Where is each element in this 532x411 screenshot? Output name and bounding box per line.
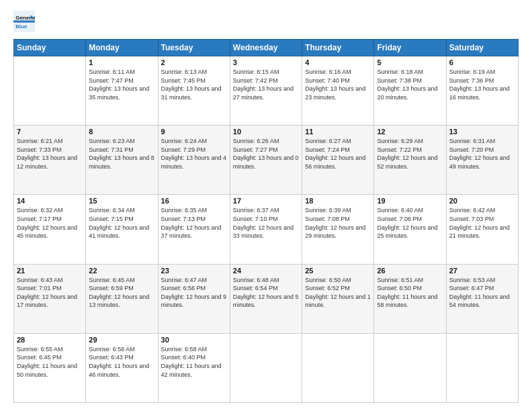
week-row-3: 14Sunrise: 6:32 AMSunset: 7:17 PMDayligh…: [14, 195, 519, 264]
day-number: 10: [233, 128, 299, 136]
day-cell: 5Sunrise: 6:18 AMSunset: 7:38 PMDaylight…: [374, 56, 446, 126]
day-info: Sunrise: 6:56 AMSunset: 6:43 PMDaylight:…: [89, 345, 154, 379]
day-info: Sunrise: 6:40 AMSunset: 7:06 PMDaylight:…: [377, 206, 443, 240]
day-cell: 8Sunrise: 6:23 AMSunset: 7:31 PMDaylight…: [86, 126, 158, 195]
day-info: Sunrise: 6:29 AMSunset: 7:22 PMDaylight:…: [377, 137, 443, 171]
svg-rect-2: [13, 20, 35, 22]
weekday-header-friday: Friday: [374, 40, 446, 56]
weekday-header-row: SundayMondayTuesdayWednesdayThursdayFrid…: [14, 40, 519, 56]
day-cell: 6Sunrise: 6:19 AMSunset: 7:36 PMDaylight…: [446, 56, 518, 126]
header: GeneralBlue: [13, 11, 519, 32]
day-number: 6: [449, 58, 515, 66]
day-cell: 15Sunrise: 6:34 AMSunset: 7:15 PMDayligh…: [86, 195, 158, 264]
day-cell: [14, 56, 86, 126]
day-info: Sunrise: 6:50 AMSunset: 6:52 PMDaylight:…: [305, 276, 371, 310]
day-cell: 21Sunrise: 6:43 AMSunset: 7:01 PMDayligh…: [14, 264, 86, 333]
day-info: Sunrise: 6:32 AMSunset: 7:17 PMDaylight:…: [17, 206, 83, 240]
day-info: Sunrise: 6:18 AMSunset: 7:38 PMDaylight:…: [377, 68, 443, 101]
day-cell: 13Sunrise: 6:31 AMSunset: 7:20 PMDayligh…: [446, 126, 518, 195]
weekday-header-sunday: Sunday: [14, 40, 86, 56]
day-number: 9: [161, 128, 227, 136]
day-info: Sunrise: 6:26 AMSunset: 7:27 PMDaylight:…: [233, 137, 299, 171]
logo-icon: GeneralBlue: [13, 11, 35, 32]
day-cell: 23Sunrise: 6:47 AMSunset: 6:56 PMDayligh…: [158, 264, 230, 333]
day-info: Sunrise: 6:37 AMSunset: 7:10 PMDaylight:…: [233, 206, 299, 240]
day-number: 8: [89, 128, 154, 136]
week-row-5: 28Sunrise: 6:55 AMSunset: 6:45 PMDayligh…: [14, 333, 519, 402]
day-info: Sunrise: 6:27 AMSunset: 7:24 PMDaylight:…: [305, 137, 371, 171]
day-cell: 7Sunrise: 6:21 AMSunset: 7:33 PMDaylight…: [14, 126, 86, 195]
day-info: Sunrise: 6:35 AMSunset: 7:13 PMDaylight:…: [161, 206, 227, 240]
day-info: Sunrise: 6:43 AMSunset: 7:01 PMDaylight:…: [17, 276, 83, 310]
day-cell: 25Sunrise: 6:50 AMSunset: 6:52 PMDayligh…: [302, 264, 374, 333]
day-cell: [446, 333, 518, 402]
day-info: Sunrise: 6:51 AMSunset: 6:50 PMDaylight:…: [377, 276, 443, 310]
weekday-header-wednesday: Wednesday: [230, 40, 302, 56]
day-cell: 26Sunrise: 6:51 AMSunset: 6:50 PMDayligh…: [374, 264, 446, 333]
day-number: 23: [161, 267, 227, 275]
day-info: Sunrise: 6:24 AMSunset: 7:29 PMDaylight:…: [161, 137, 227, 171]
day-number: 16: [161, 197, 227, 205]
day-cell: 29Sunrise: 6:56 AMSunset: 6:43 PMDayligh…: [86, 333, 158, 402]
day-number: 20: [449, 197, 515, 205]
day-cell: 2Sunrise: 6:13 AMSunset: 7:45 PMDaylight…: [158, 56, 230, 126]
day-number: 14: [17, 197, 83, 205]
day-cell: 27Sunrise: 6:53 AMSunset: 6:47 PMDayligh…: [446, 264, 518, 333]
day-cell: [302, 333, 374, 402]
day-cell: 1Sunrise: 6:11 AMSunset: 7:47 PMDaylight…: [86, 56, 158, 126]
day-number: 27: [449, 267, 515, 275]
day-info: Sunrise: 6:39 AMSunset: 7:08 PMDaylight:…: [305, 206, 371, 240]
week-row-1: 1Sunrise: 6:11 AMSunset: 7:47 PMDaylight…: [14, 56, 519, 126]
week-row-4: 21Sunrise: 6:43 AMSunset: 7:01 PMDayligh…: [14, 264, 519, 333]
day-number: 13: [449, 128, 515, 136]
day-cell: 17Sunrise: 6:37 AMSunset: 7:10 PMDayligh…: [230, 195, 302, 264]
day-number: 3: [233, 58, 299, 66]
day-cell: 24Sunrise: 6:48 AMSunset: 6:54 PMDayligh…: [230, 264, 302, 333]
logo: GeneralBlue: [13, 11, 38, 32]
day-number: 22: [89, 267, 154, 275]
day-info: Sunrise: 6:16 AMSunset: 7:40 PMDaylight:…: [305, 68, 371, 101]
day-number: 12: [377, 128, 443, 136]
svg-text:Blue: Blue: [15, 24, 28, 30]
day-cell: 11Sunrise: 6:27 AMSunset: 7:24 PMDayligh…: [302, 126, 374, 195]
day-cell: [374, 333, 446, 402]
weekday-header-monday: Monday: [86, 40, 158, 56]
day-cell: 3Sunrise: 6:15 AMSunset: 7:42 PMDaylight…: [230, 56, 302, 126]
day-cell: 20Sunrise: 6:42 AMSunset: 7:03 PMDayligh…: [446, 195, 518, 264]
day-info: Sunrise: 6:47 AMSunset: 6:56 PMDaylight:…: [161, 276, 227, 310]
day-number: 26: [377, 267, 443, 275]
day-cell: 28Sunrise: 6:55 AMSunset: 6:45 PMDayligh…: [14, 333, 86, 402]
day-info: Sunrise: 6:42 AMSunset: 7:03 PMDaylight:…: [449, 206, 515, 240]
day-cell: 10Sunrise: 6:26 AMSunset: 7:27 PMDayligh…: [230, 126, 302, 195]
day-number: 4: [305, 58, 371, 66]
day-info: Sunrise: 6:31 AMSunset: 7:20 PMDaylight:…: [449, 137, 515, 171]
day-info: Sunrise: 6:34 AMSunset: 7:15 PMDaylight:…: [89, 206, 154, 240]
day-cell: 18Sunrise: 6:39 AMSunset: 7:08 PMDayligh…: [302, 195, 374, 264]
day-number: 30: [161, 336, 227, 344]
day-number: 7: [17, 128, 83, 136]
day-cell: 22Sunrise: 6:45 AMSunset: 6:59 PMDayligh…: [86, 264, 158, 333]
day-number: 11: [305, 128, 371, 136]
day-number: 21: [17, 267, 83, 275]
day-info: Sunrise: 6:15 AMSunset: 7:42 PMDaylight:…: [233, 68, 299, 101]
day-number: 2: [161, 58, 227, 66]
day-number: 25: [305, 267, 371, 275]
week-row-2: 7Sunrise: 6:21 AMSunset: 7:33 PMDaylight…: [14, 126, 519, 195]
day-cell: 9Sunrise: 6:24 AMSunset: 7:29 PMDaylight…: [158, 126, 230, 195]
day-number: 29: [89, 336, 154, 344]
day-cell: 19Sunrise: 6:40 AMSunset: 7:06 PMDayligh…: [374, 195, 446, 264]
day-info: Sunrise: 6:45 AMSunset: 6:59 PMDaylight:…: [89, 276, 154, 310]
day-cell: 4Sunrise: 6:16 AMSunset: 7:40 PMDaylight…: [302, 56, 374, 126]
day-number: 24: [233, 267, 299, 275]
day-number: 5: [377, 58, 443, 66]
day-info: Sunrise: 6:55 AMSunset: 6:45 PMDaylight:…: [17, 345, 83, 379]
day-info: Sunrise: 6:19 AMSunset: 7:36 PMDaylight:…: [449, 68, 515, 101]
day-info: Sunrise: 6:23 AMSunset: 7:31 PMDaylight:…: [89, 137, 154, 171]
weekday-header-tuesday: Tuesday: [158, 40, 230, 56]
day-number: 28: [17, 336, 83, 344]
day-info: Sunrise: 6:53 AMSunset: 6:47 PMDaylight:…: [449, 276, 515, 310]
weekday-header-saturday: Saturday: [446, 40, 518, 56]
day-info: Sunrise: 6:58 AMSunset: 6:40 PMDaylight:…: [161, 345, 227, 379]
day-cell: 16Sunrise: 6:35 AMSunset: 7:13 PMDayligh…: [158, 195, 230, 264]
day-number: 1: [89, 58, 154, 66]
